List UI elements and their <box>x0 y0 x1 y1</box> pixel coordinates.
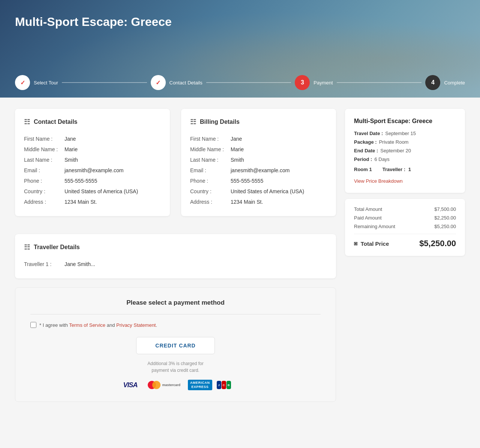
traveller-details-card: ☷ Traveller Details Traveller 1 : Jane S… <box>15 234 336 278</box>
total-price-row: ◙ Total Price $5,250.00 <box>354 234 456 248</box>
remaining-amount-label: Remaining Amount <box>354 224 395 229</box>
step-4: 4 Complete <box>425 75 465 90</box>
traveller-section-title: ☷ Traveller Details <box>24 243 327 251</box>
steps-bar: ✓ Select Tour ✓ Contact Details 3 Paymen… <box>0 75 480 98</box>
billing-first-name-label: First Name : <box>190 136 228 142</box>
payment-note: Additional 3% is charged forpayment via … <box>30 360 321 374</box>
package-label: Package : <box>354 139 377 145</box>
contact-first-name-row: First Name : Jane <box>24 134 161 144</box>
billing-email-value: janesmith@example.com <box>231 167 290 173</box>
room-info: Room 1 <box>354 167 374 172</box>
contact-last-name-row: Last Name : Smith <box>24 155 161 165</box>
privacy-statement-link[interactable]: Privacy Statement <box>116 322 156 328</box>
contact-phone-label: Phone : <box>24 178 62 184</box>
billing-last-name-value: Smith <box>231 157 244 163</box>
step-4-circle: 4 <box>425 75 440 90</box>
paid-amount-row: Paid Amount $2,250.00 <box>354 215 456 221</box>
billing-phone-label: Phone : <box>190 178 228 184</box>
contact-icon: ☷ <box>24 118 30 126</box>
step-3-label: Payment <box>314 80 333 86</box>
visa-logo: VISA <box>120 380 140 390</box>
credit-card-button[interactable]: CREDIT CARD <box>136 337 214 354</box>
traveller-count-label: Traveller : <box>382 167 405 172</box>
billing-icon: ☷ <box>190 118 196 126</box>
package-value: Private Room <box>379 139 409 145</box>
billing-address-value: 1234 Main St. <box>231 199 263 205</box>
billing-first-name-value: Jane <box>231 136 242 142</box>
contact-billing-grid: ☷ Contact Details First Name : Jane Midd… <box>15 109 336 225</box>
contact-country-row: Country : United States of America (USA) <box>24 186 161 197</box>
billing-country-row: Country : United States of America (USA) <box>190 186 327 197</box>
contact-country-label: Country : <box>24 188 62 194</box>
tour-info-card: Multi-Sport Escape: Greece Travel Date :… <box>345 109 465 193</box>
contact-email-value: janesmith@example.com <box>64 167 123 173</box>
terms-of-service-link[interactable]: Terms of Service <box>69 322 105 328</box>
billing-middle-name-label: Middle Name : <box>190 146 228 152</box>
contact-address-label: Address : <box>24 199 62 205</box>
contact-country-value: United States of America (USA) <box>64 188 138 194</box>
jcb-logo: J C B <box>217 381 231 389</box>
billing-middle-name-value: Marie <box>231 146 244 152</box>
traveller-icon: ☷ <box>24 243 30 251</box>
contact-address-value: 1234 Main St. <box>64 199 97 205</box>
end-date-row: End Date : September 20 <box>354 148 456 153</box>
contact-middle-name-row: Middle Name : Marie <box>24 144 161 155</box>
page-title: Multi-Sport Escape: Greece <box>0 0 480 36</box>
jcb-bar-blue: J <box>217 381 221 389</box>
total-price-value: $5,250.00 <box>419 239 456 248</box>
total-price-label: Total Price <box>361 241 389 247</box>
total-amount-label: Total Amount <box>354 206 382 212</box>
mc-circle-yellow <box>152 381 160 389</box>
billing-country-value: United States of America (USA) <box>231 188 304 194</box>
mc-text: mastercard <box>162 383 180 387</box>
terms-text: * I agree with Terms of Service and Priv… <box>39 322 157 328</box>
step-4-label: Complete <box>444 80 465 86</box>
view-breakdown-link[interactable]: View Price Breakdown <box>354 178 403 184</box>
step-1-circle: ✓ <box>15 75 30 90</box>
period-row: Period : 6 Days <box>354 156 456 162</box>
contact-address-row: Address : 1234 Main St. <box>24 197 161 207</box>
payment-title: Please select a payment method <box>30 299 321 307</box>
billing-section-title: ☷ Billing Details <box>190 118 327 126</box>
price-summary-card: Total Amount $7,500.00 Paid Amount $2,25… <box>345 199 465 256</box>
room-traveller-row: Room 1 Traveller : 1 <box>354 167 456 172</box>
contact-first-name-value: Jane <box>64 136 76 142</box>
contact-phone-value: 555-555-5555 <box>64 178 97 184</box>
contact-phone-row: Phone : 555-555-5555 <box>24 176 161 186</box>
contact-last-name-value: Smith <box>64 157 78 163</box>
billing-country-label: Country : <box>190 188 228 194</box>
traveller-1-label: Traveller 1 : <box>24 261 62 267</box>
terms-row: * I agree with Terms of Service and Priv… <box>30 322 321 328</box>
step-2-circle: ✓ <box>151 75 166 90</box>
end-date-value: September 20 <box>380 148 411 153</box>
billing-email-label: Email : <box>190 167 228 173</box>
billing-address-label: Address : <box>190 199 228 205</box>
main-container: ☷ Contact Details First Name : Jane Midd… <box>0 98 480 413</box>
mastercard-logo: mastercard <box>145 380 183 390</box>
jcb-bar-green: B <box>226 381 231 389</box>
terms-checkbox[interactable] <box>30 322 36 328</box>
period-label: Period : <box>354 156 372 162</box>
total-amount-row: Total Amount $7,500.00 <box>354 206 456 212</box>
remaining-amount-value: $5,250.00 <box>434 224 456 229</box>
total-price-label-group: ◙ Total Price <box>354 240 389 247</box>
contact-section-title: ☷ Contact Details <box>24 118 161 126</box>
sidebar-tour-title: Multi-Sport Escape: Greece <box>354 118 456 125</box>
tag-icon: ◙ <box>354 240 358 247</box>
billing-details-card: ☷ Billing Details First Name : Jane Midd… <box>181 109 336 216</box>
travel-date-label: Travel Date : <box>354 131 383 136</box>
billing-phone-row: Phone : 555-555-5555 <box>190 176 327 186</box>
billing-address-row: Address : 1234 Main St. <box>190 197 327 207</box>
travel-date-row: Travel Date : September 15 <box>354 131 456 136</box>
billing-middle-name-row: Middle Name : Marie <box>190 144 327 155</box>
billing-first-name-row: First Name : Jane <box>190 134 327 144</box>
billing-email-row: Email : janesmith@example.com <box>190 165 327 176</box>
paid-amount-label: Paid Amount <box>354 215 382 221</box>
payment-section: Please select a payment method * I agree… <box>15 287 336 402</box>
card-logos: VISA mastercard AMERICANEXPRESS J C B <box>30 380 321 390</box>
sidebar: Multi-Sport Escape: Greece Travel Date :… <box>345 109 465 402</box>
billing-last-name-row: Last Name : Smith <box>190 155 327 165</box>
contact-details-card: ☷ Contact Details First Name : Jane Midd… <box>15 109 170 216</box>
billing-last-name-label: Last Name : <box>190 157 228 163</box>
room-label: Room 1 <box>354 167 372 172</box>
